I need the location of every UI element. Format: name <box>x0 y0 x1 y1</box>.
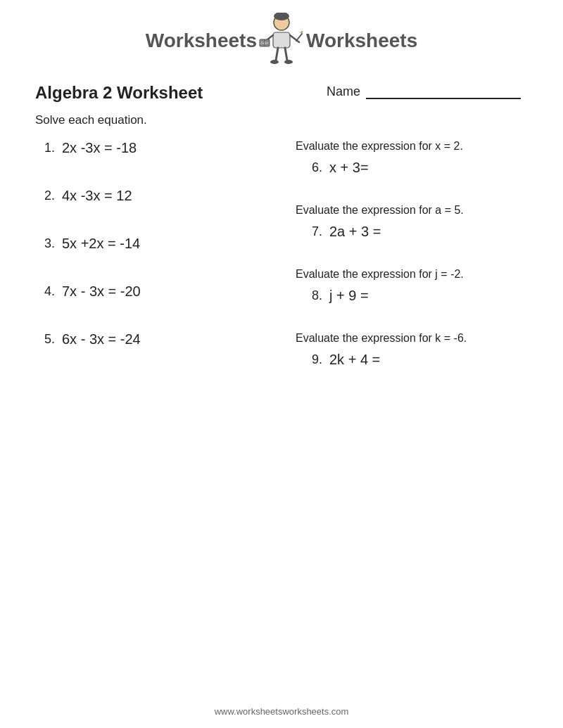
eval-group-3: Evaluate the expression for j = -2. 8. j… <box>296 268 528 304</box>
eval-9-number: 9. <box>303 352 329 367</box>
eval-group-1: Evaluate the expression for x = 2. 6. x … <box>296 140 528 176</box>
eval-problem-6: 6. x + 3= <box>296 160 528 176</box>
svg-point-11 <box>270 60 279 64</box>
svg-rect-2 <box>273 32 290 48</box>
problem-4: 4. 7x - 3x = -20 <box>35 283 267 300</box>
eval-8-number: 8. <box>303 288 329 303</box>
eval-instruction-3: Evaluate the expression for j = -2. <box>296 268 528 281</box>
name-underline <box>366 84 521 99</box>
eval-instruction-4: Evaluate the expression for k = -6. <box>296 332 528 345</box>
footer: www.worksheetsworksheets.com <box>0 706 563 717</box>
logo-text-left: Worksheets <box>146 30 257 52</box>
problem-3-number: 3. <box>35 236 62 251</box>
eval-instruction-1: Evaluate the expression for x = 2. <box>296 140 528 153</box>
problem-2-equation: 4x -3x = 12 <box>62 188 132 204</box>
name-label: Name <box>327 84 360 99</box>
problem-4-equation: 7x - 3x = -20 <box>62 283 141 300</box>
problem-2: 2. 4x -3x = 12 <box>35 188 267 204</box>
problem-5-number: 5. <box>35 331 62 347</box>
svg-line-9 <box>276 48 278 60</box>
problem-3: 3. 5x +2x = -14 <box>35 236 267 252</box>
eval-problem-7: 7. 2a + 3 = <box>296 224 528 240</box>
svg-text:2+1=: 2+1= <box>260 41 268 45</box>
problem-5: 5. 6x - 3x = -24 <box>35 331 267 347</box>
right-column: Evaluate the expression for x = 2. 6. x … <box>282 140 528 396</box>
eval-problem-9: 9. 2k + 4 = <box>296 352 528 368</box>
eval-8-equation: j + 9 = <box>329 288 369 304</box>
logo-figure-icon: 2+1= <box>257 13 306 69</box>
eval-7-equation: 2a + 3 = <box>329 224 381 240</box>
footer-url: www.worksheetsworksheets.com <box>215 706 349 717</box>
instruction: Solve each equation. <box>35 113 528 127</box>
eval-instruction-2: Evaluate the expression for a = 5. <box>296 204 528 217</box>
problem-1-number: 1. <box>35 140 62 155</box>
header: Worksheets <box>0 0 563 76</box>
svg-line-10 <box>285 48 287 60</box>
eval-7-number: 7. <box>303 224 329 239</box>
problem-1-equation: 2x -3x = -18 <box>62 140 137 156</box>
eval-9-equation: 2k + 4 = <box>329 352 380 368</box>
problems-grid: 1. 2x -3x = -18 2. 4x -3x = 12 3. 5x +2x… <box>35 140 528 396</box>
eval-problem-8: 8. j + 9 = <box>296 288 528 304</box>
logo-text-right: Worksheets <box>306 30 417 52</box>
left-column: 1. 2x -3x = -18 2. 4x -3x = 12 3. 5x +2x… <box>35 140 282 396</box>
logo-container: Worksheets <box>146 13 417 69</box>
problem-1: 1. 2x -3x = -18 <box>35 140 267 156</box>
problem-2-number: 2. <box>35 188 62 203</box>
svg-point-12 <box>284 60 293 64</box>
problem-5-equation: 6x - 3x = -24 <box>62 331 141 347</box>
problem-4-number: 4. <box>35 283 62 299</box>
eval-group-2: Evaluate the expression for a = 5. 7. 2a… <box>296 204 528 240</box>
svg-line-7 <box>296 34 302 41</box>
worksheet-content: Algebra 2 Worksheet Name Solve each equa… <box>0 76 563 417</box>
eval-6-equation: x + 3= <box>329 160 369 176</box>
eval-6-number: 6. <box>303 160 329 175</box>
problem-3-equation: 5x +2x = -14 <box>62 236 140 252</box>
eval-group-4: Evaluate the expression for k = -6. 9. 2… <box>296 332 528 368</box>
